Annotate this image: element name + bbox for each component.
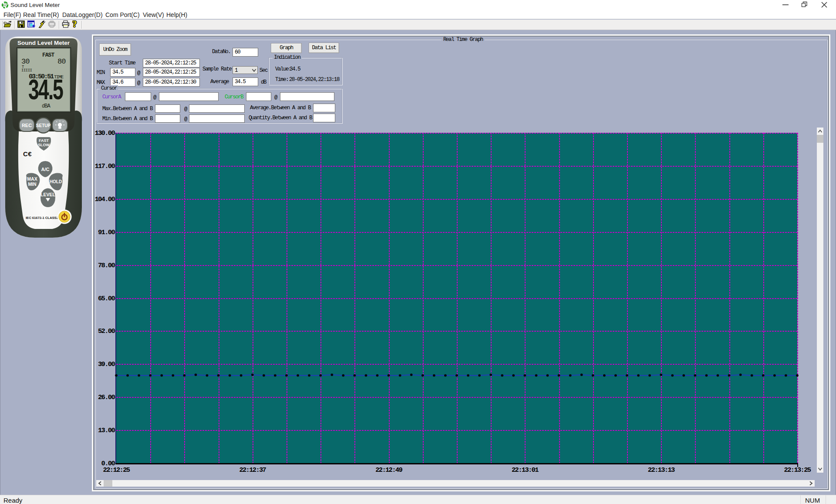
svg-text:?: ? (73, 20, 77, 28)
svg-text:IIIII: IIIII (21, 68, 32, 73)
svg-text:34.5: 34.5 (28, 74, 63, 105)
svg-text:SETUP: SETUP (36, 123, 51, 128)
svg-text:Sound Level Meter: Sound Level Meter (17, 40, 70, 46)
svg-text:SLOW: SLOW (38, 143, 50, 147)
svg-text:MAX: MAX (27, 176, 37, 181)
svg-text:80: 80 (57, 57, 66, 66)
svg-text:LEVEL: LEVEL (40, 192, 55, 197)
svg-text:IEC 61672-1 CLASS2: IEC 61672-1 CLASS2 (26, 216, 59, 220)
svg-text:A/C: A/C (41, 167, 50, 172)
svg-text:MIN: MIN (28, 181, 36, 187)
svg-text:dBA: dBA (42, 103, 51, 109)
svg-text:HOLD: HOLD (50, 179, 62, 184)
svg-text:FAST: FAST (39, 138, 49, 143)
svg-text:C€: C€ (23, 150, 32, 158)
svg-text:FAST: FAST (42, 52, 54, 58)
svg-text:REC: REC (22, 123, 32, 128)
